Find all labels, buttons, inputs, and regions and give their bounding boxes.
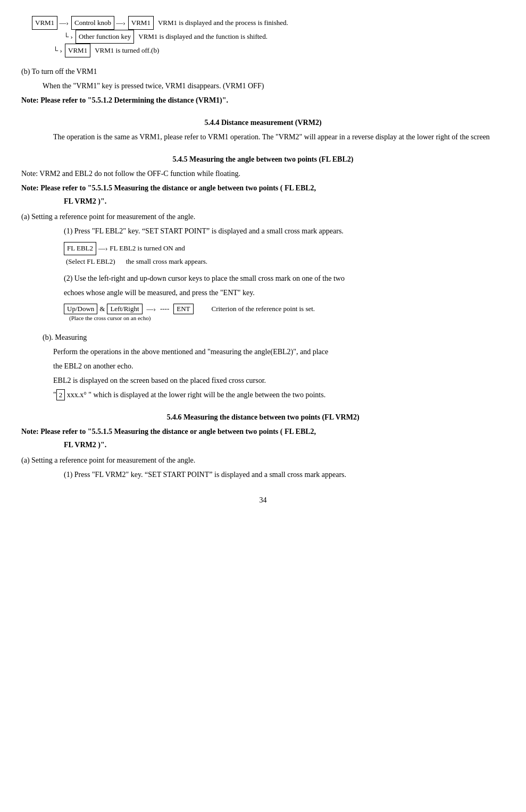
b-measuring-para4: "2 xxx.x° " which is displayed at the lo… <box>53 389 505 401</box>
section-545-note2: Note: Please refer to "5.5.1.5 Measuring… <box>21 182 505 194</box>
section-544-para: The operation is the same as VRM1, pleas… <box>53 131 505 143</box>
updown-sub-label: (Place the cross cursor on an echo) <box>69 315 505 321</box>
section-b-measuring: (b). Measuring Perform the operations in… <box>21 332 505 401</box>
b-measuring-label: (b). Measuring <box>43 332 505 343</box>
updown-amp: & <box>99 305 105 313</box>
section-545-sub-a-label: (a) Setting a reference point for measur… <box>21 211 505 222</box>
flebl2-arrow: —› <box>98 243 107 254</box>
box-ent: ENT <box>173 304 193 314</box>
b-measuring-para3: EBL2 is displayed on the screen based on… <box>53 375 505 386</box>
box-updown: Up/Down <box>64 304 97 314</box>
section-546: 5.4.6 Measuring the distance between two… <box>21 413 505 480</box>
box-leftright: Left/Right <box>107 304 142 314</box>
diagram-text-1: VRM1 is displayed and the process is fin… <box>158 17 288 29</box>
updown-dashes: ---- <box>160 305 169 313</box>
flebl2-text1: FL EBL2 is turned ON and <box>110 243 185 254</box>
b-measuring-para1: Perform the operations in the above ment… <box>53 346 505 357</box>
section-545-note1: Note: VRM2 and EBL2 do not follow the OF… <box>21 168 505 179</box>
updown-diagram: Up/Down & Left/Right —› ---- ENT Criteri… <box>64 304 505 321</box>
updown-criterion-text: Criterion of the reference point is set. <box>212 305 315 313</box>
section-545: 5.4.5 Measuring the angle between two po… <box>21 155 505 321</box>
flebl2-text2: the small cross mark appears. <box>126 256 207 267</box>
b-measuring-para2: the EBL2 on another echo. <box>53 361 505 372</box>
top-diagram: VRM1 —› Control knob —› VRM1 VRM1 is dis… <box>32 16 505 57</box>
box-control-knob: Control knob <box>71 16 114 30</box>
section-b-para1: When the "VRM1" key is pressed twice, VR… <box>43 80 505 91</box>
arrow-1: —› <box>57 17 70 29</box>
section-546-note: Note: Please refer to "5.5.1.5 Measuring… <box>21 426 505 437</box>
num-box-2: 2 <box>56 389 65 401</box>
updown-row-main: Up/Down & Left/Right —› ---- ENT Criteri… <box>64 304 505 314</box>
box-fl-ebl2: FL EBL2 <box>64 242 96 255</box>
section-544: 5.4.4 Distance measurement (VRM2) The op… <box>21 119 505 143</box>
section-b: (b) To turn off the VRM1 When the "VRM1"… <box>21 66 505 106</box>
box-vrm1-3: VRM1 <box>65 44 90 57</box>
diagram-row-1: VRM1 —› Control knob —› VRM1 VRM1 is dis… <box>32 16 505 30</box>
page-number: 34 <box>21 496 505 505</box>
section-545-note2b: FL VRM2 )". <box>64 196 505 207</box>
box-vrm1-1: VRM1 <box>32 16 57 30</box>
section-546-sub-a-label: (a) Setting a reference point for measur… <box>21 455 505 466</box>
section-545-title: 5.4.5 Measuring the angle between two po… <box>21 155 505 164</box>
flebl2-diagram: FL EBL2 —› FL EBL2 is turned ON and (Sel… <box>64 242 505 267</box>
diagram-text-2: VRM1 is displayed and the function is sh… <box>138 31 268 43</box>
connector-3: └ › <box>53 45 64 56</box>
updown-arrow: —› <box>147 305 156 313</box>
section-b-note: Note: Please refer to "5.5.1.2 Determini… <box>21 95 505 106</box>
section-545-item2-cont: echoes whose angle will be measured, and… <box>64 287 505 298</box>
arrow-2: —› <box>114 17 127 29</box>
diagram-text-3: VRM1 is turned off.(b) <box>95 45 159 56</box>
box-other-function-key: Other function key <box>76 30 134 44</box>
section-546-sub-a-item1: (1) Press "FL VRM2" key. “SET START POIN… <box>64 469 505 480</box>
page-content: VRM1 —› Control knob —› VRM1 VRM1 is dis… <box>21 16 505 505</box>
section-546-noteb: FL VRM2 )". <box>64 439 505 450</box>
flebl2-row1: FL EBL2 —› FL EBL2 is turned ON and <box>64 242 505 255</box>
section-544-title: 5.4.4 Distance measurement (VRM2) <box>21 119 505 127</box>
section-b-title: (b) To turn off the VRM1 <box>21 66 505 77</box>
section-545-item2: (2) Use the left-right and up-down curso… <box>64 273 505 284</box>
box-vrm1-2: VRM1 <box>128 16 154 30</box>
flebl2-row2: (Select FL EBL2) the small cross mark ap… <box>64 256 505 267</box>
diagram-row-3: └ › VRM1 VRM1 is turned off.(b) <box>53 44 505 57</box>
diagram-row-2: └ › Other function key VRM1 is displayed… <box>64 30 505 44</box>
para4-post: xxx.x° " which is displayed at the lower… <box>65 391 325 399</box>
connector-2: └ › <box>64 31 74 43</box>
section-546-title: 5.4.6 Measuring the distance between two… <box>21 413 505 422</box>
flebl2-sub-label: (Select FL EBL2) <box>66 256 115 267</box>
section-545-item1: (1) Press "FL EBL2" key. “SET START POIN… <box>64 225 505 237</box>
